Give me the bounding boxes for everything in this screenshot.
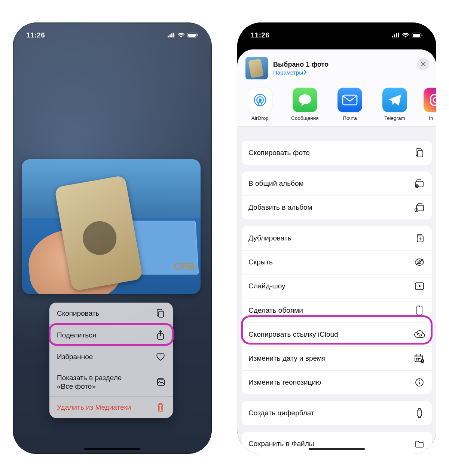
svg-rect-10 bbox=[158, 405, 163, 411]
menu-favorite[interactable]: Избранное bbox=[49, 346, 173, 368]
svg-point-39 bbox=[419, 358, 420, 359]
share-app-airdrop[interactable]: AirDrop bbox=[244, 88, 276, 121]
svg-point-44 bbox=[419, 380, 420, 381]
action-edit-date[interactable]: Изменить дату и время bbox=[242, 346, 432, 370]
copy-icon bbox=[156, 309, 165, 318]
info-icon bbox=[414, 378, 425, 387]
svg-rect-35 bbox=[417, 306, 422, 315]
close-button[interactable] bbox=[417, 58, 430, 70]
share-app-messages-label: Сообщения bbox=[289, 115, 321, 121]
status-indicators bbox=[392, 33, 423, 38]
selected-photo-thumb[interactable] bbox=[245, 57, 268, 79]
status-indicators bbox=[168, 33, 198, 38]
svg-point-41 bbox=[418, 360, 419, 360]
sheet-options-link[interactable]: Параметры bbox=[273, 69, 329, 76]
share-app-telegram[interactable]: Telegram bbox=[379, 88, 411, 121]
menu-copy[interactable]: Скопировать bbox=[49, 303, 173, 324]
telegram-icon bbox=[387, 93, 402, 107]
play-rect-icon bbox=[414, 282, 425, 290]
svg-rect-26 bbox=[418, 151, 423, 157]
svg-rect-11 bbox=[392, 36, 393, 37]
action-icloud-link[interactable]: Скопировать ссылку iCloud bbox=[242, 322, 432, 346]
svg-rect-16 bbox=[413, 34, 420, 37]
status-time: 11:26 bbox=[251, 31, 269, 39]
copy-icon bbox=[414, 148, 425, 158]
instagram-icon bbox=[428, 93, 436, 107]
battery-icon bbox=[412, 33, 423, 38]
battery-icon bbox=[187, 33, 198, 38]
share-app-airdrop-label: AirDrop bbox=[244, 115, 276, 121]
share-app-messages[interactable]: Сообщения bbox=[289, 88, 321, 121]
menu-show-in-all-photos[interactable]: Показать в разделе «Все фото» bbox=[49, 368, 173, 397]
context-menu: Скопировать Поделиться Избранное Показат… bbox=[49, 303, 173, 418]
home-indicator[interactable] bbox=[309, 448, 365, 450]
action-slideshow[interactable]: Слайд-шоу bbox=[242, 274, 432, 298]
mail-icon bbox=[342, 94, 358, 106]
folder-icon bbox=[414, 440, 425, 448]
cellular-icon bbox=[168, 33, 175, 37]
menu-share-label: Поделиться bbox=[57, 331, 96, 340]
menu-delete[interactable]: Удалить из Медиатеки bbox=[49, 396, 173, 418]
stack-photos-icon bbox=[156, 378, 165, 386]
share-app-instagram-label: In bbox=[424, 115, 436, 121]
share-app-instagram[interactable]: In bbox=[424, 88, 436, 121]
share-app-telegram-label: Telegram bbox=[379, 115, 411, 121]
menu-delete-label: Удалить из Медиатеки bbox=[57, 403, 131, 412]
close-icon bbox=[421, 61, 426, 67]
share-apps-row[interactable]: AirDrop Сообщения Почта Telegram bbox=[237, 85, 436, 127]
trash-icon bbox=[156, 403, 165, 412]
action-add-album[interactable]: Добавить в альбом bbox=[242, 195, 432, 219]
menu-show-all-label: Показать в разделе «Все фото» bbox=[57, 373, 122, 391]
svg-point-37 bbox=[416, 358, 417, 359]
phone-right: 11:26 Выбрано 1 фото Параметры bbox=[237, 22, 436, 454]
svg-rect-3 bbox=[173, 33, 174, 37]
wifi-icon bbox=[177, 33, 185, 38]
svg-rect-5 bbox=[188, 34, 196, 37]
cellular-icon bbox=[392, 33, 400, 37]
action-save-files[interactable]: Сохранить в Файлы bbox=[242, 432, 432, 454]
svg-point-21 bbox=[299, 94, 311, 104]
svg-point-38 bbox=[418, 358, 419, 359]
action-hide[interactable]: Скрыть bbox=[242, 250, 432, 274]
action-copy-photo[interactable]: Скопировать фото bbox=[242, 141, 432, 165]
action-edit-location[interactable]: Изменить геопозицию bbox=[242, 370, 432, 394]
status-time: 11:26 bbox=[26, 31, 45, 39]
svg-rect-13 bbox=[396, 33, 397, 37]
airdrop-icon bbox=[252, 92, 268, 108]
sheet-actions-scroll[interactable]: Скопировать фото В общий альбом Добавить… bbox=[237, 141, 436, 454]
svg-rect-2 bbox=[171, 33, 172, 37]
calendar-clock-icon bbox=[414, 354, 425, 363]
menu-copy-label: Скопировать bbox=[57, 309, 99, 318]
wifi-icon bbox=[402, 33, 409, 38]
action-wallpaper[interactable]: Сделать обоями bbox=[242, 298, 432, 322]
messages-icon bbox=[297, 93, 312, 107]
svg-point-40 bbox=[416, 360, 417, 360]
action-shared-album[interactable]: В общий альбом bbox=[242, 172, 432, 195]
cloud-link-icon bbox=[414, 330, 425, 339]
share-app-mail[interactable]: Почта bbox=[334, 88, 366, 121]
svg-rect-14 bbox=[398, 33, 399, 37]
svg-rect-17 bbox=[422, 34, 422, 36]
svg-rect-12 bbox=[394, 34, 395, 37]
action-duplicate[interactable]: Дублировать bbox=[242, 226, 432, 250]
svg-rect-7 bbox=[159, 311, 164, 317]
phone-left: 11:26 CPB Скопировать Поделиться bbox=[13, 22, 212, 454]
svg-rect-22 bbox=[343, 95, 357, 105]
svg-rect-45 bbox=[417, 410, 422, 416]
heart-icon bbox=[156, 353, 165, 361]
share-sheet: Выбрано 1 фото Параметры AirDrop bbox=[237, 49, 436, 454]
svg-point-24 bbox=[433, 97, 436, 103]
sheet-title: Выбрано 1 фото bbox=[273, 61, 329, 69]
home-indicator[interactable] bbox=[84, 448, 140, 450]
photo-preview[interactable]: CPB bbox=[22, 159, 201, 294]
svg-rect-6 bbox=[197, 34, 198, 36]
shared-album-icon bbox=[414, 179, 425, 188]
status-bar: 11:26 bbox=[13, 22, 212, 43]
menu-favorite-label: Избранное bbox=[57, 352, 93, 361]
photo-watermark: CPB bbox=[174, 261, 195, 272]
share-icon bbox=[156, 330, 165, 340]
menu-share[interactable]: Поделиться bbox=[49, 324, 173, 346]
iphone-icon bbox=[414, 305, 425, 316]
action-watch-face[interactable]: Создать циферблат bbox=[242, 401, 432, 425]
status-bar: 11:26 bbox=[237, 22, 436, 43]
